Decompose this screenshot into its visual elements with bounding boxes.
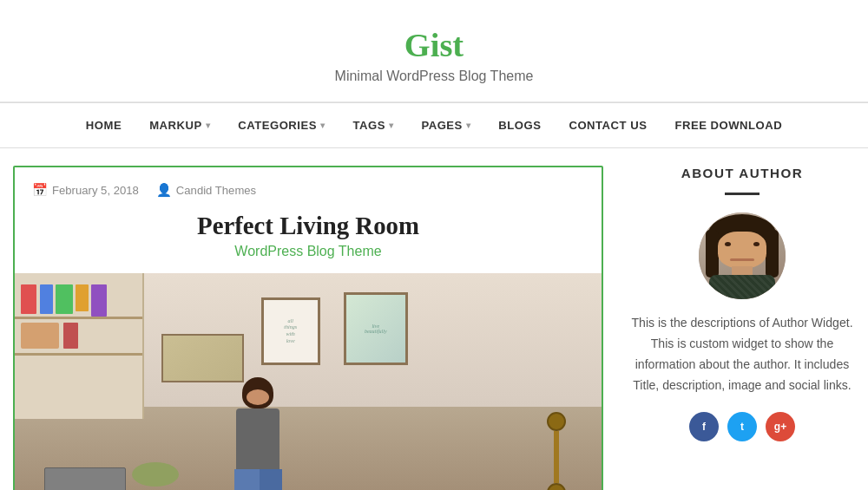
site-container: 📅 February 5, 2018 👤 Candid Themes Perfe… — [0, 148, 868, 490]
facebook-icon: f — [702, 421, 706, 433]
site-nav: HOME MARKUP ▾ CATEGORIES ▾ TAGS ▾ PAGES — [0, 102, 868, 148]
room-scene: allthingswithlove livebeautifully — [15, 273, 602, 490]
post-card: 📅 February 5, 2018 👤 Candid Themes Perfe… — [13, 166, 603, 490]
nav-label-home: HOME — [86, 119, 122, 132]
post-author[interactable]: Candid Themes — [176, 184, 256, 197]
nav-item-categories: CATEGORIES ▾ — [224, 103, 339, 147]
nav-link-tags[interactable]: TAGS ▾ — [339, 103, 407, 147]
user-icon: 👤 — [156, 183, 172, 198]
nav-item-contact: CONTACT US — [555, 103, 661, 147]
wall-frame-2: livebeautifully — [344, 292, 408, 365]
avatar-face — [718, 232, 766, 268]
avatar-eye-left — [725, 242, 731, 246]
book — [21, 284, 36, 314]
about-author-widget: ABOUT AUTHOR — [629, 166, 855, 441]
book — [76, 284, 89, 310]
post-date: February 5, 2018 — [52, 184, 139, 197]
author-avatar-wrapper — [629, 212, 855, 299]
frame-text: allthingswithlove — [282, 317, 299, 347]
book — [91, 284, 107, 317]
shelf — [15, 317, 142, 319]
plant-pot — [21, 323, 59, 349]
nav-item-pages: PAGES ▾ — [407, 103, 484, 147]
sidebar: ABOUT AUTHOR — [629, 166, 855, 490]
nav-link-categories[interactable]: CATEGORIES ▾ — [224, 103, 339, 147]
author-avatar — [699, 212, 786, 299]
avatar-hair-right — [766, 230, 779, 278]
nav-label-blogs: BLOGS — [498, 119, 541, 132]
avatar-eye-right — [753, 242, 760, 246]
nav-item-markup: MARKUP ▾ — [135, 103, 224, 147]
googleplus-social-button[interactable]: g+ — [766, 412, 795, 441]
avatar-mouth — [730, 258, 754, 261]
nav-label-contact: CONTACT US — [569, 119, 647, 132]
chevron-down-icon-categories: ▾ — [320, 121, 326, 130]
nav-item-home: HOME — [72, 103, 135, 147]
facebook-social-button[interactable]: f — [689, 412, 719, 441]
post-date-meta: 📅 February 5, 2018 — [32, 183, 139, 198]
widget-title-about-author: ABOUT AUTHOR — [629, 166, 855, 180]
widget-title-divider — [725, 193, 760, 195]
chevron-down-icon-pages: ▾ — [466, 121, 471, 130]
calendar-icon: 📅 — [32, 183, 48, 198]
site-tagline: Minimal WordPress Blog Theme — [17, 69, 851, 84]
nav-list: HOME MARKUP ▾ CATEGORIES ▾ TAGS ▾ PAGES — [0, 103, 868, 147]
avatar-hair-left — [706, 230, 719, 278]
person-figure — [232, 377, 284, 490]
author-description: This is the descriptions of Author Widge… — [629, 313, 855, 396]
nav-item-blogs: BLOGS — [484, 103, 555, 147]
nav-label-download: FREE DOWNLOAD — [674, 119, 782, 132]
googleplus-icon: g+ — [774, 421, 786, 433]
nav-link-markup[interactable]: MARKUP ▾ — [135, 103, 224, 147]
twitter-icon: t — [740, 421, 744, 433]
avatar-background — [699, 212, 786, 299]
nav-label-markup: MARKUP — [149, 119, 202, 132]
book — [56, 284, 74, 314]
wall-map — [161, 334, 244, 382]
person-legs — [234, 469, 282, 490]
twitter-social-button[interactable]: t — [727, 412, 757, 441]
chevron-down-icon: ▾ — [206, 121, 211, 130]
post-subtitle: WordPress Blog Theme — [15, 244, 602, 273]
nav-link-download[interactable]: FREE DOWNLOAD — [661, 103, 796, 147]
post-author-meta: 👤 Candid Themes — [156, 183, 256, 198]
bookshelf — [15, 273, 144, 419]
nav-link-pages[interactable]: PAGES ▾ — [407, 103, 484, 147]
shelf — [15, 353, 142, 356]
site-title[interactable]: Gist — [17, 26, 851, 64]
nav-link-blogs[interactable]: BLOGS — [484, 103, 555, 147]
nav-label-tags: TAGS — [352, 119, 385, 132]
person-body — [236, 408, 279, 469]
post-title[interactable]: Perfect Living Room — [15, 205, 602, 244]
floor-box — [44, 467, 127, 490]
post-meta: 📅 February 5, 2018 👤 Candid Themes — [15, 167, 602, 205]
nav-link-contact[interactable]: CONTACT US — [555, 103, 661, 147]
nav-item-tags: TAGS ▾ — [339, 103, 407, 147]
post-featured-image: allthingswithlove livebeautifully — [15, 273, 602, 490]
site-header: Gist Minimal WordPress Blog Theme — [0, 0, 868, 102]
person-head — [242, 377, 273, 408]
nav-item-download: FREE DOWNLOAD — [661, 103, 796, 147]
book — [40, 284, 53, 314]
book — [63, 323, 79, 349]
wall-frame-1: allthingswithlove — [261, 297, 320, 365]
main-content: 📅 February 5, 2018 👤 Candid Themes Perfe… — [13, 166, 603, 490]
nav-link-home[interactable]: HOME — [72, 103, 135, 147]
nav-label-pages: PAGES — [421, 119, 462, 132]
avatar-shirt-pattern — [709, 275, 775, 299]
nav-label-categories: CATEGORIES — [238, 119, 317, 132]
author-social-links: f t g+ — [629, 412, 855, 441]
guitar — [547, 412, 566, 490]
chevron-down-icon-tags: ▾ — [389, 121, 394, 130]
person-face — [247, 389, 269, 405]
